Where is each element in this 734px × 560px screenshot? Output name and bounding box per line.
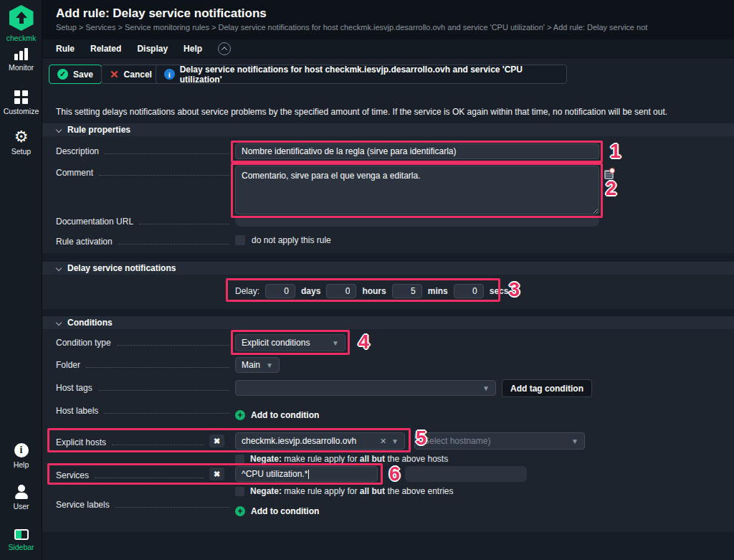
section-header-delay[interactable]: Delay service notifications: [42, 262, 734, 275]
sidebar-item-label: Setup: [11, 147, 31, 156]
annotation-number-6: 6: [389, 465, 400, 484]
annotation-number-2: 2: [606, 179, 616, 199]
dotted-leader: [118, 244, 229, 245]
description-row-label: Description: [56, 146, 235, 156]
sidebar-item-sidebar[interactable]: Sidebar: [0, 529, 42, 551]
info-icon: i: [14, 443, 29, 457]
check-circle-icon: ✓: [57, 69, 68, 80]
remove-host-x-icon[interactable]: ✕: [380, 437, 386, 446]
explicit-host-select[interactable]: checkmk.iesvjp.desarrollo.ovh ✕ ▼: [235, 432, 405, 450]
save-button[interactable]: ✓ Save: [49, 65, 102, 84]
chevron-down-icon: ▼: [391, 437, 399, 445]
negate-entries-checkbox[interactable]: [235, 487, 244, 496]
save-label: Save: [73, 70, 93, 80]
rule-activation-row-label: Rule activation: [56, 237, 235, 247]
comment-textarea[interactable]: Comentario, sirve para el que venga a ed…: [235, 166, 599, 214]
sidebar: checkmk Monitor Customize ⚙ Setup i Help…: [0, 0, 42, 560]
add-to-condition-label: Add to condition: [251, 506, 319, 516]
sidebar-item-label: Sidebar: [8, 543, 34, 551]
comment-label: Comment: [56, 168, 93, 178]
remove-explicit-hosts-condition-button[interactable]: ✖: [209, 435, 224, 447]
services-regex-input[interactable]: ^CPU utilization.*: [235, 466, 378, 482]
condition-type-value: Explicit conditions: [242, 338, 310, 348]
delay-mins-input[interactable]: [392, 284, 422, 298]
host-tags-label: Host tags: [56, 383, 92, 393]
sidebar-item-label: User: [13, 502, 29, 511]
gear-icon: ⚙: [14, 130, 29, 144]
sidebar-item-help[interactable]: i Help: [0, 443, 42, 469]
folder-select[interactable]: Main ▼: [235, 357, 280, 373]
delay-hours-input[interactable]: [326, 284, 356, 298]
host-labels-add-to-condition[interactable]: + Add to condition: [235, 410, 319, 420]
delay-secs-input[interactable]: [454, 284, 484, 298]
mins-unit-label: mins: [428, 286, 448, 296]
remove-services-condition-button[interactable]: ✖: [209, 468, 224, 480]
explicit-hosts-row-label: Explicit hosts: [56, 437, 209, 447]
collapse-menubar-button[interactable]: [218, 42, 231, 55]
negate-hosts-checkbox[interactable]: [235, 455, 244, 464]
add-tag-condition-label: Add tag condition: [510, 384, 583, 394]
dotted-leader: [99, 175, 229, 176]
explicit-hosts-label: Explicit hosts: [56, 437, 106, 447]
annotation-number-4: 4: [358, 333, 369, 352]
doc-url-row-label: Documentation URL: [56, 217, 235, 227]
dotted-leader: [112, 445, 204, 445]
chevron-down-icon: [56, 127, 62, 133]
sidebar-item-monitor[interactable]: Monitor: [0, 47, 42, 72]
host-tags-row-label: Host tags: [56, 383, 235, 393]
breadcrumb[interactable]: Setup > Services > Service monitoring ru…: [56, 23, 734, 32]
dotted-leader: [105, 153, 229, 154]
page-header: Add rule: Delay service notifications Se…: [42, 0, 734, 39]
menu-related[interactable]: Related: [90, 44, 121, 54]
rule-activation-field: do not apply this rule: [235, 235, 331, 245]
checkmk-logo-icon: [9, 5, 34, 31]
menu-bar: Rule Related Display Help: [42, 39, 734, 58]
host-tags-select[interactable]: ▼: [235, 380, 496, 396]
description-input[interactable]: [235, 143, 599, 159]
do-not-apply-checkbox[interactable]: [235, 235, 245, 245]
rule-context-banner[interactable]: i Delay service notifications for host c…: [156, 65, 567, 84]
chevron-down-icon: ▼: [571, 437, 578, 445]
dotted-leader: [98, 390, 229, 391]
delay-days-input[interactable]: [265, 284, 295, 298]
add-to-condition-label: Add to condition: [251, 410, 319, 420]
section-title: Conditions: [67, 318, 113, 328]
annotation-number-5: 5: [416, 429, 426, 448]
sidebar-item-setup[interactable]: ⚙ Setup: [0, 130, 42, 156]
chevron-down-icon: ▼: [482, 384, 490, 392]
chevron-up-icon: [221, 47, 227, 52]
service-labels-add-to-condition[interactable]: + Add to condition: [235, 506, 319, 516]
host-labels-label: Host labels: [56, 406, 98, 416]
service-labels-label: Service labels: [56, 500, 110, 510]
section-header-conditions[interactable]: Conditions: [42, 316, 734, 329]
condition-type-select[interactable]: Explicit conditions ▼: [235, 334, 345, 351]
grid-icon: [14, 90, 28, 104]
conditions-body: Condition type Explicit conditions ▼ Fol…: [42, 329, 734, 532]
delay-body: Delay: days hours mins secs: [42, 275, 734, 309]
delay-field-group: Delay: days hours mins secs: [235, 284, 508, 298]
section-title: Rule properties: [67, 125, 130, 135]
do-not-apply-label: do not apply this rule: [252, 235, 331, 245]
cancel-button[interactable]: ✕ Cancel: [101, 65, 161, 84]
sidebar-toggle-icon: [14, 529, 29, 540]
documentation-url-label: Documentation URL: [56, 217, 133, 227]
service-labels-row-label: Service labels: [56, 500, 235, 510]
select-hostname-dropdown[interactable]: (Select hostname) ▼: [414, 432, 585, 450]
menu-rule[interactable]: Rule: [56, 44, 75, 54]
menu-help[interactable]: Help: [184, 44, 202, 54]
chevron-down-icon: ▼: [266, 361, 273, 369]
section-header-rule-properties[interactable]: Rule properties: [42, 123, 734, 136]
services-additional-input[interactable]: [405, 466, 527, 482]
sidebar-item-user[interactable]: User: [0, 485, 42, 511]
menu-display[interactable]: Display: [137, 44, 168, 54]
plus-circle-icon: +: [235, 410, 245, 420]
documentation-url-input[interactable]: [235, 215, 599, 227]
dotted-leader: [104, 413, 229, 414]
condition-type-row-label: Condition type: [56, 338, 235, 348]
add-tag-condition-button[interactable]: Add tag condition: [502, 379, 592, 397]
rule-help-text: This setting delays notifications about …: [56, 107, 724, 117]
folder-label: Folder: [56, 360, 80, 370]
sidebar-item-customize[interactable]: Customize: [0, 90, 42, 115]
sidebar-item-logo[interactable]: checkmk: [0, 5, 42, 42]
chevron-down-icon: [56, 265, 62, 271]
